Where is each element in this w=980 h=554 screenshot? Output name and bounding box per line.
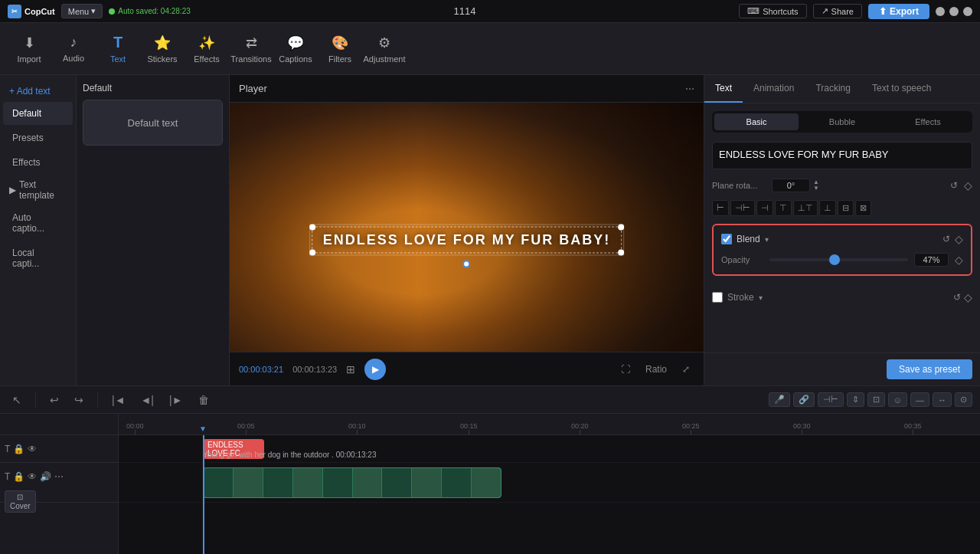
- timeline-scroll[interactable]: 00:00 00:05 00:10 00:15 00:20: [119, 414, 980, 554]
- tab-animation[interactable]: Animation: [743, 75, 805, 103]
- keyframe-button[interactable]: ◇: [964, 179, 972, 192]
- stroke-checkbox[interactable]: [712, 292, 723, 303]
- handle-tr[interactable]: [618, 224, 624, 230]
- blend-keyframe-button[interactable]: ◇: [955, 233, 963, 245]
- video-more-icon[interactable]: ⋯: [54, 471, 64, 482]
- select-tool-button[interactable]: ↖: [8, 392, 26, 408]
- mic-button[interactable]: 🎤: [769, 392, 790, 407]
- reset-button[interactable]: ↺: [950, 180, 958, 191]
- toolbar-adjustment[interactable]: ⚙ Adjustment: [363, 28, 406, 70]
- step-down-button[interactable]: ▼: [813, 185, 819, 192]
- align-distributed-h-button[interactable]: ⊟: [838, 200, 854, 216]
- sub-tab-bubble[interactable]: Bubble: [800, 113, 884, 130]
- sidebar-item-effects[interactable]: Effects: [3, 151, 73, 174]
- align-bottom-button[interactable]: ⊥: [819, 200, 836, 216]
- fullscreen-button[interactable]: ⛶: [616, 362, 635, 377]
- stroke-settings-icon[interactable]: ▾: [759, 293, 763, 302]
- top-bar-right: ⌨ Shortcuts ↗ Share ⬆ Export: [739, 4, 972, 19]
- video-lock-icon[interactable]: 🔒: [13, 471, 24, 482]
- sub-tab-effects[interactable]: Effects: [886, 113, 970, 130]
- play-button[interactable]: ▶: [364, 359, 386, 380]
- split-audio-button[interactable]: ⊣⊢: [818, 392, 844, 407]
- plane-rotation-value[interactable]: 0°: [772, 179, 810, 192]
- opacity-slider[interactable]: [769, 258, 908, 261]
- share-button[interactable]: ↗ Share: [813, 4, 862, 18]
- blend-reset-button[interactable]: ↺: [942, 234, 950, 244]
- link-button[interactable]: 🔗: [793, 392, 815, 407]
- split-button[interactable]: |◄: [107, 392, 130, 408]
- align-middle-button[interactable]: ⊥⊤: [793, 200, 818, 216]
- shortcuts-button[interactable]: ⌨ Shortcuts: [739, 4, 806, 18]
- export-button[interactable]: ⬆ Export: [868, 4, 929, 19]
- zoom-out-button[interactable]: —: [910, 392, 929, 407]
- sidebar-item-default[interactable]: Default: [3, 102, 73, 125]
- align-top-button[interactable]: ⊤: [775, 200, 792, 216]
- sub-tab-basic[interactable]: Basic: [714, 113, 799, 130]
- tab-text[interactable]: Text: [704, 75, 743, 103]
- align-right-button[interactable]: ⊣: [756, 200, 773, 216]
- align-left-button[interactable]: ⊢: [712, 200, 729, 216]
- sidebar-item-presets[interactable]: Presets: [3, 126, 73, 149]
- lock-icon[interactable]: 🔒: [13, 444, 24, 454]
- opacity-keyframe-button[interactable]: ◇: [955, 254, 963, 266]
- zoom-to-fit-button[interactable]: ⊙: [955, 392, 972, 407]
- align-distributed-v-button[interactable]: ⊠: [855, 200, 871, 216]
- text-content-input[interactable]: ENDLESS LOVE FOR MY FUR BABY: [712, 142, 972, 169]
- crop-button[interactable]: ⊡: [867, 392, 885, 407]
- expand-button[interactable]: ⤢: [678, 362, 694, 377]
- toolbar-import[interactable]: ⬇ Import: [8, 28, 51, 70]
- close-button[interactable]: [963, 7, 972, 16]
- video-eye-icon[interactable]: 👁: [28, 471, 37, 482]
- maximize-button[interactable]: [949, 7, 959, 16]
- player-header: Player ⋯: [230, 75, 704, 103]
- playhead[interactable]: [203, 435, 204, 554]
- sidebar-item-local-caption[interactable]: Local capti...: [3, 241, 73, 275]
- toolbar-stickers[interactable]: ⭐ Stickers: [141, 28, 184, 70]
- ratio-button[interactable]: Ratio: [641, 362, 671, 377]
- toolbar-transitions[interactable]: ⇄ Transitions: [230, 28, 273, 70]
- opacity-value[interactable]: 47%: [914, 253, 949, 267]
- ruler-mark-3: 00:15: [460, 422, 478, 434]
- handle-tl[interactable]: [309, 224, 315, 230]
- blend-checkbox[interactable]: [721, 234, 732, 244]
- tab-text-to-speech[interactable]: Text to speech: [861, 75, 942, 103]
- add-text-button[interactable]: + Add text: [0, 81, 76, 101]
- blend-settings-icon[interactable]: ▾: [765, 235, 769, 244]
- audio-detach-button[interactable]: ⇕: [847, 392, 864, 407]
- player-menu-icon[interactable]: ⋯: [685, 84, 694, 94]
- redo-button[interactable]: ↪: [70, 392, 88, 408]
- delete-button[interactable]: 🗑: [194, 392, 214, 408]
- sidebar-item-text-template[interactable]: ▶ Text template: [0, 175, 76, 205]
- trim-left-button[interactable]: ◄|: [136, 392, 159, 408]
- eye-icon[interactable]: 👁: [28, 444, 37, 454]
- default-text-card[interactable]: Default text: [83, 100, 223, 146]
- timeline-toolbar-right: 🎤 🔗 ⊣⊢ ⇕ ⊡ ☺ — ↔ ⊙: [769, 392, 972, 407]
- toolbar-filters[interactable]: 🎨 Filters: [318, 28, 361, 70]
- text-overlay[interactable]: ENDLESS LOVE FOR MY FUR BABY!: [312, 226, 622, 253]
- rotate-handle[interactable]: [462, 260, 470, 267]
- handle-br[interactable]: [618, 249, 624, 255]
- video-audio-icon[interactable]: 🔊: [40, 471, 51, 482]
- stroke-reset-button[interactable]: ↺: [953, 291, 961, 303]
- undo-button[interactable]: ↩: [45, 392, 64, 408]
- tab-tracking[interactable]: Tracking: [805, 75, 861, 103]
- toolbar-effects[interactable]: ✨ Effects: [185, 28, 228, 70]
- ruler-mark-1: 00:05: [237, 422, 255, 434]
- emoji-button[interactable]: ☺: [888, 392, 907, 407]
- toolbar-text[interactable]: T Text: [96, 28, 139, 70]
- video-clip[interactable]: [203, 467, 501, 498]
- menu-button[interactable]: Menu ▾: [61, 4, 103, 18]
- fit-button[interactable]: ↔: [933, 392, 952, 407]
- ruler-mark-7: 00:35: [904, 422, 922, 434]
- cover-button[interactable]: ⊡ Cover: [5, 490, 36, 513]
- toolbar-captions[interactable]: 💬 Captions: [274, 28, 317, 70]
- sidebar-item-auto-caption[interactable]: Auto captio...: [3, 206, 73, 240]
- toolbar-audio[interactable]: ♪ Audio: [52, 28, 95, 70]
- stroke-keyframe-button[interactable]: ◇: [964, 291, 972, 303]
- save-preset-button[interactable]: Save as preset: [887, 359, 972, 379]
- align-center-h-button[interactable]: ⊣⊢: [730, 200, 755, 216]
- trim-right-button[interactable]: |►: [165, 392, 188, 408]
- minimize-button[interactable]: [936, 7, 945, 16]
- left-sidebar: + Add text Default Presets Effects ▶ Tex…: [0, 75, 77, 385]
- handle-bl[interactable]: [309, 249, 315, 255]
